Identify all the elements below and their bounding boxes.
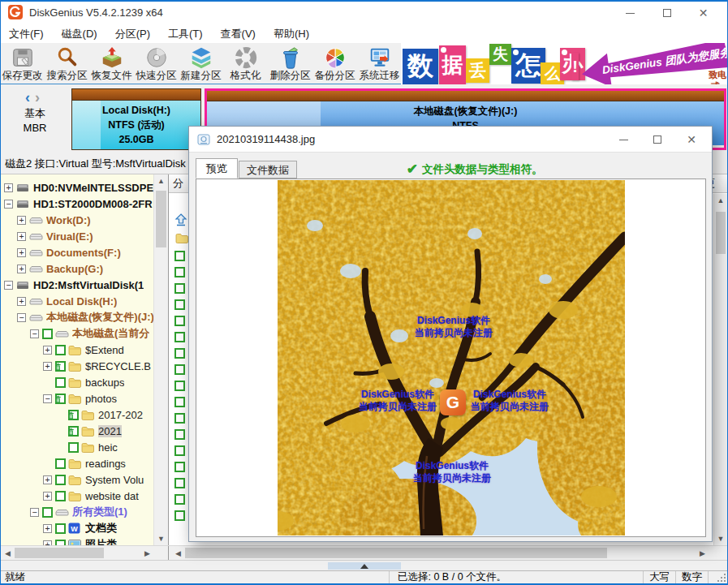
expand-icon[interactable]: + <box>43 346 52 355</box>
expand-icon[interactable]: + <box>43 475 52 484</box>
tree-checkbox[interactable] <box>55 523 66 534</box>
up-directory-icon[interactable] <box>174 213 187 230</box>
file-checkbox[interactable] <box>174 316 185 326</box>
collapse-icon[interactable]: − <box>30 329 39 338</box>
tree-checkbox[interactable] <box>42 329 53 339</box>
expand-icon[interactable]: + <box>17 265 26 273</box>
minimize-icon[interactable] <box>606 127 640 153</box>
expand-icon[interactable]: + <box>43 362 52 371</box>
tree-item[interactable]: −本地磁盘(恢复文件)(J:) <box>1 309 153 325</box>
menu-disk[interactable]: 磁盘(D) <box>53 24 106 43</box>
tree-checkbox[interactable] <box>55 394 66 404</box>
expand-icon[interactable]: + <box>4 183 13 192</box>
file-checkbox[interactable] <box>174 429 185 440</box>
tree-checkbox[interactable] <box>55 458 66 469</box>
expand-icon[interactable]: + <box>43 524 52 533</box>
tree-item[interactable]: −HD2:MsftVirtualDisk(1 <box>1 277 153 293</box>
scroll-right-icon[interactable]: ▶ <box>696 547 709 559</box>
file-list-vertical-scrollbar[interactable]: ▲ ▼ <box>713 194 727 545</box>
toolbar-button-format[interactable]: 格式化 <box>223 43 268 84</box>
tree-checkbox[interactable] <box>55 475 66 485</box>
tree-item[interactable]: +System Volu <box>1 471 153 488</box>
file-checkbox[interactable] <box>174 381 185 391</box>
tree-item[interactable]: +W文档类 <box>1 520 153 536</box>
file-checkbox[interactable] <box>174 478 185 488</box>
tree-vertical-scrollbar[interactable]: ▲ ▼ <box>153 174 168 545</box>
scroll-thumb[interactable] <box>716 212 726 254</box>
collapse-icon[interactable]: − <box>4 281 13 290</box>
tree-hscroll-thumb[interactable] <box>15 548 104 558</box>
resize-grip[interactable] <box>724 574 726 575</box>
tree-checkbox[interactable] <box>55 491 66 501</box>
tab-preview[interactable]: 预览 <box>196 158 238 179</box>
file-checkbox[interactable] <box>174 462 185 472</box>
tree-checkbox[interactable] <box>42 507 53 518</box>
file-checkbox[interactable] <box>174 283 185 294</box>
tree-checkbox[interactable] <box>55 361 66 372</box>
tree-item[interactable]: +$Extend <box>1 342 153 358</box>
close-icon[interactable]: ✕ <box>674 127 709 153</box>
tree-item[interactable]: 2017-202 <box>1 406 153 423</box>
menu-partition[interactable]: 分区(P) <box>106 24 159 43</box>
scroll-right-icon[interactable]: ▶ <box>141 547 153 559</box>
collapse-icon[interactable]: − <box>4 200 13 209</box>
partition-block-h[interactable]: Local Disk(H:) NTFS (活动) 25.0GB <box>71 88 201 150</box>
file-checkbox[interactable] <box>174 510 185 521</box>
file-checkbox[interactable] <box>174 348 185 359</box>
tree-item[interactable]: −本地磁盘(当前分 <box>1 325 153 342</box>
nav-right-icon[interactable]: › <box>35 89 45 105</box>
folder-icon[interactable] <box>175 232 188 247</box>
maximize-icon[interactable] <box>640 127 674 153</box>
scroll-down-icon[interactable]: ▼ <box>154 532 168 545</box>
tree-item[interactable]: +website dat <box>1 488 153 504</box>
toolbar-button-recover-files[interactable]: 恢复文件 <box>89 43 134 84</box>
tree-item[interactable]: +HD0:NVMeINTELSSDPE <box>1 179 153 196</box>
tree-item[interactable]: +照片类 <box>1 536 153 545</box>
scroll-up-icon[interactable]: ▲ <box>154 174 168 187</box>
nav-left-icon[interactable]: ‹ <box>25 89 35 105</box>
scroll-up-icon[interactable]: ▲ <box>714 194 727 207</box>
file-checkbox[interactable] <box>174 445 185 456</box>
toolbar-button-delete-partition[interactable]: 删除分区 <box>268 43 312 84</box>
tree-checkbox[interactable] <box>55 377 66 388</box>
menu-help[interactable]: 帮助(H) <box>265 24 318 43</box>
collapse-icon[interactable]: − <box>43 394 52 403</box>
expand-icon[interactable]: + <box>43 492 52 501</box>
minimize-icon[interactable] <box>612 2 648 24</box>
menu-file[interactable]: 文件(F) <box>0 24 53 43</box>
file-checkbox[interactable] <box>174 299 185 310</box>
expand-icon[interactable]: + <box>17 232 26 241</box>
tree-item[interactable]: +Local Disk(H:) <box>1 293 153 309</box>
tab-file-data[interactable]: 文件数据 <box>239 161 297 179</box>
scroll-down-icon[interactable]: ▼ <box>714 532 727 545</box>
menu-view[interactable]: 查看(V) <box>212 24 265 43</box>
tree-item[interactable]: +Virual(E:) <box>1 228 153 244</box>
tree-checkbox[interactable] <box>68 442 79 453</box>
tree-item[interactable]: +Backup(G:) <box>1 260 153 277</box>
tree-item[interactable]: −photos <box>1 390 153 406</box>
tree-item[interactable]: backups <box>1 374 153 390</box>
tree-item[interactable]: +Documents(F:) <box>1 244 153 260</box>
tree-item[interactable]: readings <box>1 455 153 471</box>
expand-icon[interactable]: + <box>17 216 26 225</box>
tree-item[interactable]: +Work(D:) <box>1 212 153 228</box>
splitter-bar[interactable] <box>0 560 728 570</box>
file-checkbox[interactable] <box>174 397 185 407</box>
toolbar-button-backup-partition[interactable]: 备份分区 <box>312 43 357 84</box>
tree-checkbox[interactable] <box>68 426 79 437</box>
scroll-thumb[interactable] <box>156 191 166 247</box>
file-checkbox[interactable] <box>174 267 185 277</box>
file-checkbox[interactable] <box>174 332 185 342</box>
file-checkbox[interactable] <box>174 413 185 424</box>
toolbar-button-system-migrate[interactable]: 系统迁移 <box>357 43 402 84</box>
file-checkbox[interactable] <box>174 251 185 261</box>
expand-icon[interactable]: + <box>17 248 26 257</box>
toolbar-button-quick-partition[interactable]: 快速分区 <box>134 43 179 84</box>
toolbar-button-save[interactable]: 保存更改 <box>0 43 45 84</box>
list-hscroll-thumb[interactable] <box>185 548 607 558</box>
maximize-icon[interactable] <box>648 2 685 24</box>
collapse-icon[interactable]: − <box>17 313 26 322</box>
tree-item[interactable]: heic <box>1 439 153 455</box>
menu-tools[interactable]: 工具(T) <box>159 24 212 43</box>
toolbar-button-new-partition[interactable]: 新建分区 <box>179 43 223 84</box>
